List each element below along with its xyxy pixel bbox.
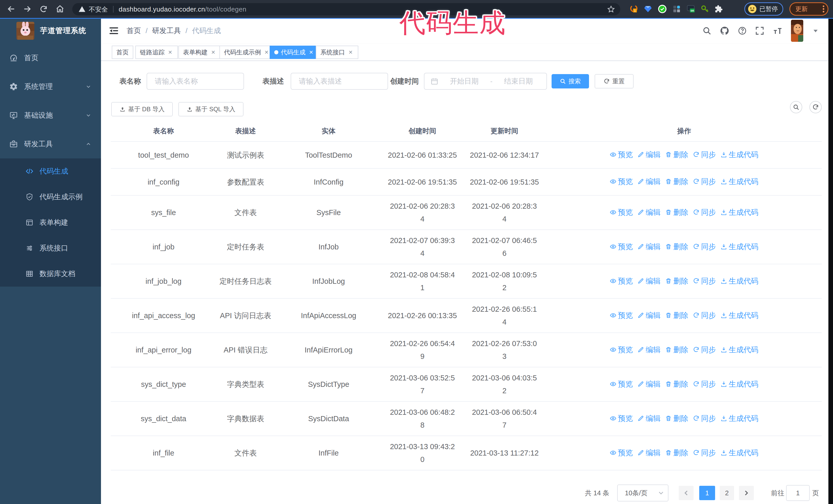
col-header-entity[interactable]: 实体 (275, 120, 382, 142)
delete-link[interactable]: 删除 (665, 175, 688, 188)
table-name-input[interactable] (147, 77, 243, 86)
sync-link[interactable]: 同步 (693, 148, 716, 161)
import-sql-button[interactable]: 基于 SQL 导入 (178, 102, 243, 116)
help-icon[interactable] (738, 26, 747, 35)
sidebar-item-codegen-example[interactable]: 代码生成示例 (0, 184, 101, 210)
fullscreen-icon[interactable] (755, 26, 764, 35)
tag-codegen[interactable]: 代码生成✕ (270, 46, 319, 59)
col-header-table-name[interactable]: 表名称 (111, 120, 216, 142)
tag-close-icon[interactable]: ✕ (167, 49, 173, 55)
sync-link[interactable]: 同步 (693, 412, 716, 425)
edit-link[interactable]: 编辑 (638, 343, 661, 356)
edit-link[interactable]: 编辑 (638, 446, 661, 459)
sidebar-item-db-doc[interactable]: 数据库文档 (0, 261, 101, 287)
sync-link[interactable]: 同步 (693, 175, 716, 188)
date-range-picker[interactable]: 开始日期 - 结束日期 (424, 73, 547, 90)
sync-link[interactable]: 同步 (693, 274, 716, 287)
preview-link[interactable]: 预览 (610, 206, 633, 219)
delete-link[interactable]: 删除 (665, 446, 688, 459)
next-page-button[interactable] (739, 486, 754, 500)
sidebar-item-devtools[interactable]: 研发工具 (0, 130, 101, 159)
edit-link[interactable]: 编辑 (638, 309, 661, 322)
extension-key-icon[interactable] (701, 5, 709, 13)
generate-code-link[interactable]: 生成代码 (720, 343, 758, 356)
generate-code-link[interactable]: 生成代码 (720, 378, 758, 390)
delete-link[interactable]: 删除 (665, 206, 688, 219)
page-scrollbar[interactable] (828, 18, 833, 504)
browser-back-button[interactable] (6, 3, 17, 15)
not-secure-label[interactable]: 不安全 (89, 5, 108, 14)
tag-system-api[interactable]: 系统接口✕ (316, 46, 358, 59)
tag-form-builder[interactable]: 表单构建✕ (178, 46, 221, 59)
breadcrumb-home[interactable]: 首页 (127, 26, 141, 35)
preview-link[interactable]: 预览 (610, 309, 633, 322)
toggle-search-button[interactable] (790, 101, 802, 113)
browser-home-button[interactable] (54, 3, 66, 15)
sync-link[interactable]: 同步 (693, 240, 716, 253)
url-text[interactable]: dashboard.yudao.iocoder.cn/tool/codegen (119, 5, 246, 13)
user-avatar[interactable] (791, 20, 803, 42)
delete-link[interactable]: 删除 (665, 309, 688, 322)
sync-link[interactable]: 同步 (693, 206, 716, 219)
prev-page-button[interactable] (679, 486, 694, 500)
breadcrumb-devtools[interactable]: 研发工具 (152, 26, 181, 35)
preview-link[interactable]: 预览 (610, 446, 633, 459)
generate-code-link[interactable]: 生成代码 (720, 274, 758, 287)
tag-trace[interactable]: 链路追踪✕ (135, 46, 178, 59)
sync-link[interactable]: 同步 (693, 343, 716, 356)
preview-link[interactable]: 预览 (610, 274, 633, 287)
preview-link[interactable]: 预览 (610, 343, 633, 356)
generate-code-link[interactable]: 生成代码 (720, 206, 758, 219)
delete-link[interactable]: 删除 (665, 343, 688, 356)
sidebar-logo[interactable]: 芋道管理系统 (0, 18, 101, 44)
preview-link[interactable]: 预览 (610, 378, 633, 390)
sync-link[interactable]: 同步 (693, 309, 716, 322)
tag-close-icon[interactable]: ✕ (348, 49, 354, 55)
edit-link[interactable]: 编辑 (638, 148, 661, 161)
generate-code-link[interactable]: 生成代码 (720, 148, 758, 161)
tag-close-icon[interactable]: ✕ (210, 49, 216, 55)
col-header-update-time[interactable]: 更新时间 (462, 120, 546, 142)
sidebar-collapse-button[interactable] (109, 26, 119, 36)
tag-codegen-example[interactable]: 代码生成示例✕ (219, 46, 274, 59)
edit-link[interactable]: 编辑 (638, 175, 661, 188)
delete-link[interactable]: 删除 (665, 412, 688, 425)
delete-link[interactable]: 删除 (665, 378, 688, 390)
search-button[interactable]: 搜索 (552, 74, 589, 89)
header-search-icon[interactable] (702, 26, 712, 35)
col-header-ops[interactable]: 操作 (546, 120, 822, 142)
import-db-button[interactable]: 基于 DB 导入 (111, 102, 173, 116)
sidebar-item-system-api[interactable]: 系统接口 (0, 235, 101, 261)
preview-link[interactable]: 预览 (610, 175, 633, 188)
col-header-table-desc[interactable]: 表描述 (216, 120, 275, 142)
sidebar-item-system[interactable]: 系统管理 (0, 72, 101, 101)
bookmark-star-icon[interactable] (607, 5, 615, 16)
edit-link[interactable]: 编辑 (638, 412, 661, 425)
delete-link[interactable]: 删除 (665, 148, 688, 161)
extension-grid-icon[interactable] (672, 5, 681, 13)
browser-reload-button[interactable] (38, 3, 49, 15)
reset-button[interactable]: 重置 (595, 74, 634, 89)
chrome-menu-dots-icon[interactable] (823, 5, 825, 13)
extensions-puzzle-icon[interactable] (715, 5, 723, 13)
browser-update-pill[interactable]: 更新 (789, 2, 828, 16)
github-icon[interactable] (720, 26, 730, 35)
tag-home[interactable]: 首页 (112, 46, 133, 59)
col-header-create-time[interactable]: 创建时间 (382, 120, 462, 142)
page-2-button[interactable]: 2 (720, 486, 734, 500)
goto-page-input[interactable]: 1 (786, 485, 810, 501)
date-end-placeholder[interactable]: 结束日期 (496, 76, 541, 86)
delete-link[interactable]: 删除 (665, 240, 688, 253)
preview-link[interactable]: 预览 (610, 240, 633, 253)
delete-link[interactable]: 删除 (665, 274, 688, 287)
preview-link[interactable]: 预览 (610, 148, 633, 161)
generate-code-link[interactable]: 生成代码 (720, 446, 758, 459)
edit-link[interactable]: 编辑 (638, 240, 661, 253)
sync-link[interactable]: 同步 (693, 446, 716, 459)
page-1-button[interactable]: 1 (699, 486, 715, 500)
extension-check-icon[interactable] (658, 4, 667, 14)
address-bar[interactable]: 不安全 dashboard.yudao.iocoder.cn/tool/code… (72, 3, 620, 16)
sidebar-item-infra[interactable]: 基础设施 (0, 101, 101, 130)
generate-code-link[interactable]: 生成代码 (720, 412, 758, 425)
avatar-caret-icon[interactable] (812, 28, 819, 34)
